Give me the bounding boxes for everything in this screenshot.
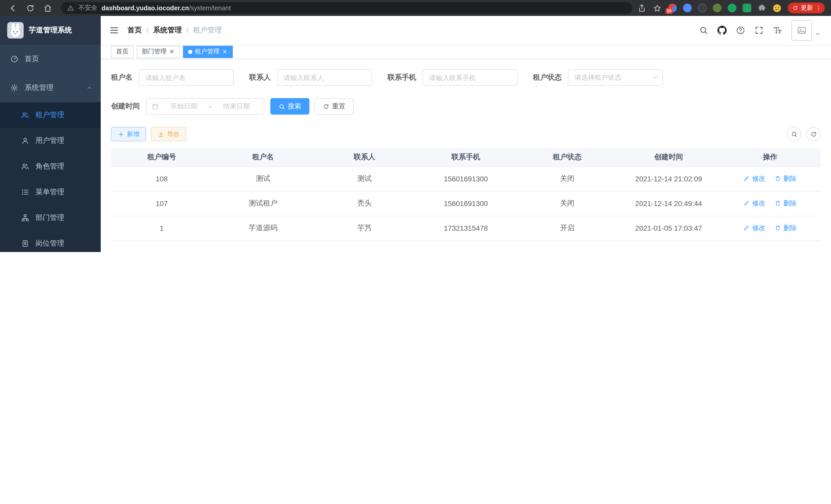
update-label: 更新 [801, 4, 813, 12]
edit-link[interactable]: 修改 [743, 224, 766, 233]
delete-link[interactable]: 删除 [775, 174, 797, 183]
browser-update-button[interactable]: 更新 [788, 3, 825, 13]
sidebar-item-tenant[interactable]: 租户管理 [0, 102, 101, 128]
reset-button[interactable]: 重置 [315, 98, 353, 115]
cell-tenant-id: 1 [111, 216, 212, 240]
delete-link[interactable]: 删除 [775, 224, 797, 233]
start-date-placeholder[interactable]: 开始日期 [162, 102, 206, 111]
not-secure-warning-icon [67, 5, 74, 11]
filter-label: 租户名 [111, 73, 133, 82]
tenant-name-input[interactable] [139, 69, 234, 86]
date-range-picker[interactable]: 开始日期 - 结束日期 [146, 98, 264, 115]
add-button[interactable]: 新增 [111, 127, 146, 141]
security-label: 不安全 [78, 4, 97, 12]
breadcrumb-system: 系统管理 [153, 26, 182, 35]
bookmark-star-icon[interactable] [653, 3, 662, 12]
filter-label: 租户状态 [533, 73, 562, 82]
tenant-users-icon [21, 111, 29, 119]
browser-menu-dots-icon[interactable] [815, 5, 822, 11]
extension-icon-2[interactable] [683, 4, 692, 12]
contact-input[interactable] [277, 69, 372, 86]
extension-icon-1[interactable]: 10 [668, 4, 677, 12]
sidebar-item-post[interactable]: 岗位管理 [0, 231, 101, 252]
url-text: dashboard.yudao.iocoder.cn/system/tenant [102, 4, 231, 11]
cell-contact: 芋艿 [314, 216, 415, 240]
edit-link[interactable]: 修改 [743, 199, 766, 208]
sidebar-item-home[interactable]: 首页 [0, 45, 101, 73]
help-question-icon[interactable] [736, 26, 745, 35]
sidebar-item-menu[interactable]: 菜单管理 [0, 179, 101, 205]
back-icon[interactable] [8, 3, 18, 12]
end-date-placeholder[interactable]: 结束日期 [214, 102, 258, 111]
github-icon[interactable] [717, 26, 727, 35]
table-tools [787, 127, 821, 141]
active-dot [188, 50, 192, 54]
refresh-icon [810, 131, 817, 138]
hamburger-icon[interactable] [109, 25, 119, 35]
cell-phone: 15601691300 [415, 191, 517, 216]
gear-icon [10, 84, 19, 92]
breadcrumb-home[interactable]: 首页 [127, 26, 142, 35]
edit-label: 修改 [752, 199, 766, 208]
share-icon[interactable] [637, 3, 647, 12]
edit-link[interactable]: 修改 [743, 174, 766, 183]
date-separator: - [209, 102, 211, 110]
tab-home[interactable]: 首页 [111, 46, 134, 58]
trash-icon [775, 200, 781, 207]
extension-icon-6[interactable] [743, 4, 751, 12]
sidebar-item-system[interactable]: 系统管理 [0, 73, 101, 102]
close-icon[interactable] [222, 49, 228, 55]
tab-tenant[interactable]: 租户管理 [183, 46, 233, 58]
profile-avatar-icon[interactable] [772, 3, 782, 12]
calendar-icon [152, 103, 159, 110]
dashboard-icon [10, 55, 19, 63]
font-size-icon[interactable] [773, 26, 782, 35]
toggle-search-button[interactable] [787, 127, 801, 141]
fullscreen-icon[interactable] [754, 26, 764, 35]
delete-link[interactable]: 删除 [775, 199, 797, 208]
filter-status: 租户状态 请选择租户状态 [533, 69, 663, 86]
update-refresh-icon [793, 5, 798, 11]
table-row: 108 测试 测试 15601691300 关闭 2021-12-14 21:0… [111, 167, 821, 191]
search-icon[interactable] [699, 26, 708, 35]
sidebar-item-label: 菜单管理 [35, 187, 64, 197]
tab-label: 部门管理 [142, 47, 167, 56]
extension-icon-3[interactable] [698, 4, 707, 12]
sidebar-item-dept[interactable]: 部门管理 [0, 205, 101, 231]
col-tenant-id: 租户编号 [111, 148, 212, 167]
add-button-label: 新增 [127, 130, 139, 139]
avatar [792, 20, 812, 40]
filter-tenant-name: 租户名 [111, 69, 234, 86]
table-toolbar: 新增 导出 [111, 127, 821, 141]
extension-icon-5[interactable] [728, 4, 737, 12]
status-select[interactable]: 请选择租户状态 [568, 69, 663, 86]
export-button[interactable]: 导出 [151, 127, 186, 141]
refresh-table-button[interactable] [806, 127, 821, 141]
search-button[interactable]: 搜索 [270, 98, 309, 115]
home-icon[interactable] [43, 3, 52, 12]
app-logo[interactable]: 芋道管理系统 [0, 16, 101, 45]
extensions-puzzle-icon[interactable] [757, 4, 766, 12]
plus-icon [118, 131, 124, 138]
extension-badge: 10 [665, 8, 673, 14]
browser-toolbar: 不安全 dashboard.yudao.iocoder.cn/system/te… [0, 0, 831, 16]
sidebar-menu: 首页 系统管理 租户管理 用户管理 角色管理 [0, 45, 101, 252]
user-avatar-dropdown[interactable] [792, 20, 821, 40]
extension-icon-4[interactable] [713, 4, 721, 12]
sidebar-item-label: 系统管理 [25, 83, 53, 92]
sidebar-item-role[interactable]: 角色管理 [0, 154, 101, 179]
search-icon [791, 131, 797, 138]
reload-icon[interactable] [26, 3, 35, 12]
filter-phone: 联系手机 [388, 69, 517, 86]
tab-dept[interactable]: 部门管理 [137, 46, 180, 58]
main-area: 首页 / 系统管理 / 租户管理 [101, 16, 831, 252]
trash-icon [775, 225, 781, 232]
close-icon[interactable] [169, 49, 175, 55]
cell-status: 关闭 [516, 191, 618, 216]
sidebar-item-user[interactable]: 用户管理 [0, 128, 101, 154]
broken-image-icon [797, 25, 807, 35]
phone-input[interactable] [423, 69, 517, 86]
address-bar[interactable]: 不安全 dashboard.yudao.iocoder.cn/system/te… [61, 2, 632, 14]
cell-tenant-name: 测试 [212, 167, 314, 191]
breadcrumb: 首页 / 系统管理 / 租户管理 [127, 26, 222, 35]
